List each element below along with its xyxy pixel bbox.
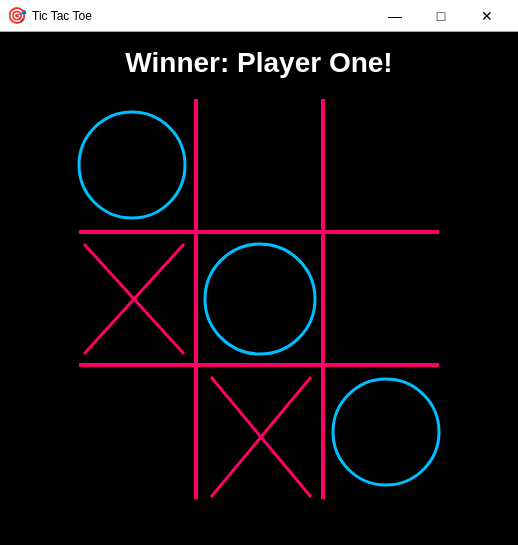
cell-0-0 [79,112,185,218]
maximize-button[interactable]: □ [418,1,464,31]
close-button[interactable]: ✕ [464,1,510,31]
window-controls: — □ ✕ [372,1,510,31]
minimize-button[interactable]: — [372,1,418,31]
app-icon: 🎯 [8,7,26,25]
game-board[interactable] [69,89,449,509]
title-bar: 🎯 Tic Tac Toe — □ ✕ [0,0,518,32]
cell-2-2 [333,379,439,485]
board-svg [69,89,449,509]
window-title: Tic Tac Toe [32,9,372,23]
winner-text: Winner: Player One! [125,47,392,79]
game-area: Winner: Player One! [0,32,518,545]
cell-1-1 [205,244,315,354]
